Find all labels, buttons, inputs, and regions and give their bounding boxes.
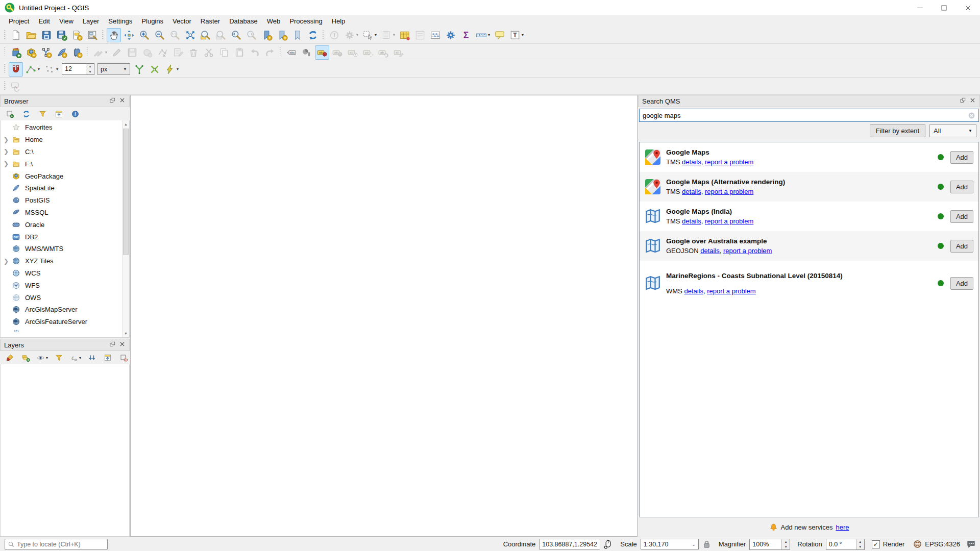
qms-search-input[interactable]	[640, 112, 967, 119]
browser-item-spatialite[interactable]: SpatiaLite	[1, 182, 122, 194]
report-problem-link[interactable]: report a problem	[723, 247, 772, 255]
render-checkbox[interactable]: ✓	[872, 540, 880, 548]
processing-toolbox-button[interactable]	[444, 28, 458, 42]
cut-features-button[interactable]	[202, 45, 216, 60]
browser-item-f[interactable]: ❯F:\	[1, 158, 122, 170]
open-layer-styling-button[interactable]	[4, 352, 15, 363]
details-link[interactable]: details	[682, 217, 701, 225]
coordinate-input[interactable]: 103.86887,1.29542	[539, 539, 600, 549]
report-problem-link[interactable]: report a problem	[707, 287, 755, 295]
expand-chevron-icon[interactable]: ❯	[1, 136, 10, 143]
show-statistics-button[interactable]	[428, 28, 443, 42]
filter-by-extent-button[interactable]: Filter by extent	[870, 124, 925, 137]
add-service-button[interactable]: Add	[950, 240, 973, 253]
new-virtual-layer-button[interactable]	[70, 45, 84, 60]
layer-diagram-options-button[interactable]	[300, 45, 314, 60]
open-field-calculator-button[interactable]	[413, 28, 427, 42]
browser-item-favorites[interactable]: Favorites	[1, 121, 122, 134]
run-feature-action-button[interactable]: ▾	[342, 28, 360, 42]
identify-features-button[interactable]: i	[327, 28, 341, 42]
lock-scale-icon[interactable]	[702, 539, 712, 549]
new-bookmark-button[interactable]	[260, 28, 274, 42]
report-problem-link[interactable]: report a problem	[705, 217, 753, 225]
menu-processing[interactable]: Processing	[285, 16, 327, 26]
toolbar-handle[interactable]	[4, 81, 5, 91]
browser-close-button[interactable]	[119, 97, 126, 105]
crs-status[interactable]: EPSG:4326	[913, 539, 960, 549]
browser-item-oracle[interactable]: Oracle	[1, 218, 122, 231]
select-features-button[interactable]: ▾	[361, 28, 378, 42]
details-link[interactable]: details	[682, 158, 701, 166]
add-group-button[interactable]	[20, 352, 31, 363]
map-tips-button[interactable]	[493, 28, 507, 42]
remove-layer-button[interactable]	[118, 352, 129, 363]
toolbar-handle[interactable]	[280, 47, 281, 58]
menu-layer[interactable]: Layer	[78, 16, 104, 26]
close-button[interactable]	[956, 0, 980, 15]
current-edits-button[interactable]: ▾	[91, 45, 109, 60]
menu-edit[interactable]: Edit	[34, 16, 54, 26]
extents-toggle-icon[interactable]	[603, 539, 613, 549]
digitize-with-segment-button[interactable]	[140, 45, 155, 60]
browser-item-ows[interactable]: OWS	[1, 291, 122, 304]
menu-vector[interactable]: Vector	[168, 16, 196, 26]
zoom-native-button[interactable]: 1:1	[168, 28, 182, 42]
browser-item-arcgismapserver[interactable]: ArcGisMapServer	[1, 304, 122, 316]
filter-browser-button[interactable]	[37, 108, 48, 119]
zoom-out-button[interactable]	[153, 28, 167, 42]
rotate-label-button[interactable]: ab	[376, 45, 390, 60]
clear-search-icon[interactable]	[967, 111, 976, 120]
browser-item-mssql[interactable]: MSSQL	[1, 207, 122, 219]
toolbar-handle[interactable]	[4, 30, 5, 40]
menu-plugins[interactable]: Plugins	[137, 16, 168, 26]
delete-selected-button[interactable]	[186, 45, 201, 60]
modify-attributes-button[interactable]	[171, 45, 185, 60]
refresh-map-button[interactable]	[306, 28, 320, 42]
measure-line-button[interactable]: ▾	[474, 28, 492, 42]
details-link[interactable]: details	[700, 247, 720, 255]
toolbar-handle[interactable]	[87, 47, 88, 58]
filter-legend-button[interactable]	[53, 352, 64, 363]
browser-item-c[interactable]: ❯C:\	[1, 146, 122, 158]
report-problem-link[interactable]: report a problem	[705, 188, 753, 195]
show-hide-labels-button[interactable]: ab	[346, 45, 360, 60]
save-project-button[interactable]	[39, 28, 54, 42]
map-canvas[interactable]	[130, 95, 638, 537]
menu-settings[interactable]: Settings	[104, 16, 137, 26]
refresh-browser-button[interactable]	[20, 108, 32, 119]
layers-close-button[interactable]	[119, 341, 126, 349]
menu-view[interactable]: View	[55, 16, 78, 26]
select-by-form-button[interactable]: ▾	[379, 28, 397, 42]
add-service-button[interactable]: Add	[950, 151, 973, 164]
browser-item-xyz-tiles[interactable]: ❯XYZ Tiles	[1, 255, 122, 267]
enable-properties-button[interactable]: i	[69, 108, 81, 119]
new-project-button[interactable]	[9, 28, 23, 42]
enable-snapping-button[interactable]	[9, 62, 23, 77]
toolbar-handle[interactable]	[4, 64, 5, 74]
vertex-tool-button[interactable]	[156, 45, 170, 60]
menu-web[interactable]: Web	[262, 16, 285, 26]
bookmark-manager-button[interactable]	[290, 28, 305, 42]
spin-arrows[interactable]: ▲▼	[856, 539, 864, 549]
toolbar-handle[interactable]	[4, 47, 5, 58]
manage-map-themes-button[interactable]: ▾	[36, 352, 48, 363]
browser-item-wfs[interactable]: WFS	[1, 279, 122, 291]
collapse-all-browser-button[interactable]	[53, 108, 65, 119]
scrollbar-thumb[interactable]	[123, 129, 129, 255]
add-selected-layers-button[interactable]	[4, 108, 16, 119]
zoom-in-button[interactable]	[137, 28, 152, 42]
data-source-manager-button[interactable]	[9, 45, 23, 60]
snapping-on-intersection-button[interactable]	[148, 62, 162, 77]
add-services-link[interactable]: here	[836, 523, 849, 531]
browser-item-partial[interactable]	[1, 328, 122, 338]
pan-to-selection-button[interactable]	[122, 28, 136, 42]
browser-item-postgis[interactable]: PostGIS	[1, 194, 122, 207]
add-service-button[interactable]: Add	[950, 181, 973, 193]
layers-float-button[interactable]	[109, 341, 116, 349]
pan-map-button[interactable]	[107, 28, 121, 42]
statistical-summary-button[interactable]: Σ	[459, 28, 473, 42]
zoom-to-layer-button[interactable]	[199, 28, 213, 42]
magnifier-spin[interactable]: 100% ▲▼	[749, 539, 790, 550]
scale-combo[interactable]: 1:30,170 ⌄	[641, 539, 699, 549]
locator-input[interactable]	[17, 541, 105, 548]
